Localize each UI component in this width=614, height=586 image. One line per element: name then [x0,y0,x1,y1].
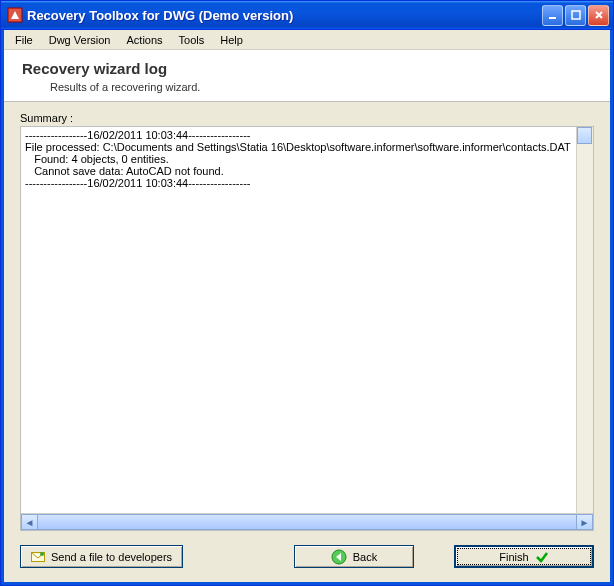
finish-button[interactable]: Finish [454,545,594,568]
log-line: File processed: C:\Documents and Setting… [25,141,571,153]
window-title: Recovery Toolbox for DWG (Demo version) [27,8,542,23]
log-line: Cannot save data: AutoCAD not found. [25,165,224,177]
button-label: Send a file to developers [51,551,172,563]
log-panel: -----------------16/02/2011 10:03:44----… [20,126,594,531]
send-file-button[interactable]: Send a file to developers [20,545,183,568]
page-title: Recovery wizard log [22,60,600,77]
menu-dwg-version[interactable]: Dwg Version [42,32,118,48]
log-line: Found: 4 objects, 0 entities. [25,153,169,165]
menu-help[interactable]: Help [213,32,250,48]
page-subtitle: Results of a recovering wizard. [50,81,600,93]
button-label: Back [353,551,377,563]
svg-rect-2 [572,11,580,19]
menubar: File Dwg Version Actions Tools Help [4,30,610,50]
svg-rect-1 [549,17,556,19]
window-body: File Dwg Version Actions Tools Help Reco… [1,30,613,585]
scroll-up-button[interactable] [577,127,592,144]
content-area: Summary : -----------------16/02/2011 10… [4,102,610,535]
menu-tools[interactable]: Tools [172,32,212,48]
page-header: Recovery wizard log Results of a recover… [4,50,610,102]
check-icon [535,551,549,563]
back-button[interactable]: Back [294,545,414,568]
app-window: Recovery Toolbox for DWG (Demo version) … [0,0,614,586]
menu-file[interactable]: File [8,32,40,48]
window-controls [542,5,609,26]
log-textarea[interactable]: -----------------16/02/2011 10:03:44----… [21,127,593,513]
minimize-button[interactable] [542,5,563,26]
button-label: Finish [499,551,528,563]
titlebar: Recovery Toolbox for DWG (Demo version) [1,1,613,30]
scroll-track[interactable] [38,514,576,530]
back-arrow-icon [331,549,347,565]
close-button[interactable] [588,5,609,26]
horizontal-scrollbar[interactable]: ◄ ► [21,513,593,530]
maximize-button[interactable] [565,5,586,26]
envelope-icon [31,551,45,563]
svg-point-4 [40,552,44,556]
log-line: -----------------16/02/2011 10:03:44----… [25,177,250,189]
summary-label: Summary : [20,112,594,124]
scroll-left-button[interactable]: ◄ [21,514,38,530]
button-bar: Send a file to developers Back Finish [4,535,610,582]
vertical-scrollbar[interactable] [576,127,593,513]
app-icon [7,7,23,23]
log-line: -----------------16/02/2011 10:03:44----… [25,129,250,141]
menu-actions[interactable]: Actions [120,32,170,48]
scroll-right-button[interactable]: ► [576,514,593,530]
